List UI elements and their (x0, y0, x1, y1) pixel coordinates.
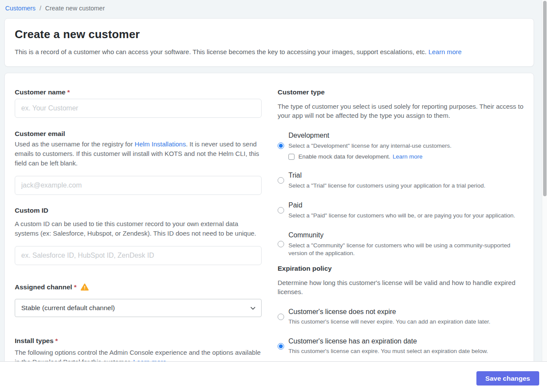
form-right-column: Customer type The type of customer you s… (278, 88, 524, 355)
breadcrumb-customers-link[interactable]: Customers (5, 5, 36, 12)
community-radio[interactable] (278, 241, 284, 247)
customer-email-input[interactable] (15, 176, 262, 195)
community-option-description: Select a "Community" license for custome… (288, 242, 524, 257)
helm-installations-link[interactable]: Helm Installations (135, 140, 186, 148)
customer-type-option-paid: Paid Select a "Paid" license for custome… (278, 201, 524, 220)
trial-option-label[interactable]: Trial (288, 171, 486, 179)
customer-type-label: Customer type (278, 88, 524, 96)
expiration-option-has-date: Customer's license has an expiration dat… (278, 337, 524, 355)
page-title: Create a new customer (15, 28, 524, 41)
form-left-column: Customer name* Customer email Used as th… (15, 88, 262, 367)
breadcrumb-current: Create new customer (45, 5, 105, 12)
assigned-channel-label: Assigned channel* (15, 283, 262, 291)
development-option-label[interactable]: Development (288, 131, 452, 139)
customer-type-option-community: Community Select a "Community" license f… (278, 231, 524, 257)
paid-radio[interactable] (278, 207, 284, 214)
page-description: This is a record of a customer who can a… (15, 47, 524, 56)
scrollbar-track[interactable] (542, 0, 547, 361)
breadcrumb-separator: / (39, 5, 41, 12)
scrollbar-thumb[interactable] (543, 1, 547, 196)
required-asterisk: * (55, 337, 58, 344)
paid-option-description: Select a "Paid" license for customers wh… (288, 212, 515, 220)
breadcrumb: Customers / Create new customer (0, 0, 547, 12)
footer-bar: Save changes (0, 361, 547, 392)
custom-id-label: Custom ID (15, 206, 262, 214)
no-expire-radio[interactable] (278, 314, 284, 320)
customer-type-option-trial: Trial Select a "Trial" license for custo… (278, 171, 524, 190)
customer-email-description: Used as the username for the registry fo… (15, 139, 262, 168)
header-learn-more-link[interactable]: Learn more (428, 48, 462, 55)
expiration-policy-label: Expiration policy (278, 264, 524, 272)
no-expire-option-description: This customer's license will never expir… (288, 318, 490, 326)
development-radio[interactable] (278, 143, 284, 149)
no-expire-option-label[interactable]: Customer's license does not expire (288, 308, 490, 316)
page-description-text: This is a record of a customer who can a… (15, 48, 427, 55)
customer-email-label: Customer email (15, 130, 262, 138)
chevron-down-icon (250, 304, 256, 312)
header-card: Create a new customer This is a record o… (4, 18, 534, 67)
has-expiration-radio[interactable] (278, 343, 284, 350)
mock-data-learn-more-link[interactable]: Learn more (392, 153, 422, 160)
customer-form-card: Customer name* Customer email Used as th… (4, 73, 534, 385)
required-asterisk: * (74, 283, 77, 291)
mock-data-checkbox-label[interactable]: Enable mock data for development. (298, 153, 390, 160)
customer-type-option-development: Development Select a "Development" licen… (278, 131, 524, 160)
warning-triangle-icon (81, 283, 89, 291)
has-expiration-option-description: This customer's license can expire. You … (288, 347, 488, 355)
custom-id-input[interactable] (15, 246, 262, 265)
install-types-label: Install types* (15, 337, 262, 345)
has-expiration-option-label[interactable]: Customer's license has an expiration dat… (288, 337, 488, 345)
customer-name-label: Customer name* (15, 88, 262, 96)
trial-option-description: Select a "Trial" license for customers u… (288, 182, 486, 190)
assigned-channel-select[interactable]: Stable (current default channel) (15, 299, 262, 317)
customer-name-input[interactable] (15, 99, 262, 118)
development-option-description: Select a "Development" license for any i… (288, 142, 452, 150)
mock-data-checkbox-row: Enable mock data for development. Learn … (288, 153, 452, 160)
create-customer-page: Customers / Create new customer Create a… (0, 0, 547, 392)
custom-id-description: A custom ID can be used to tie this cust… (15, 219, 262, 238)
expiration-option-no-expire: Customer's license does not expire This … (278, 308, 524, 326)
community-option-label[interactable]: Community (288, 231, 524, 239)
customer-type-description: The type of customer you select is used … (278, 102, 524, 120)
expiration-policy-description: Determine how long this customer's licen… (278, 278, 524, 296)
mock-data-checkbox[interactable] (288, 154, 295, 160)
paid-option-label[interactable]: Paid (288, 201, 515, 209)
trial-radio[interactable] (278, 177, 284, 184)
assigned-channel-selected-value: Stable (current default channel) (21, 304, 115, 312)
save-changes-button[interactable]: Save changes (476, 371, 539, 386)
required-asterisk: * (67, 88, 70, 96)
